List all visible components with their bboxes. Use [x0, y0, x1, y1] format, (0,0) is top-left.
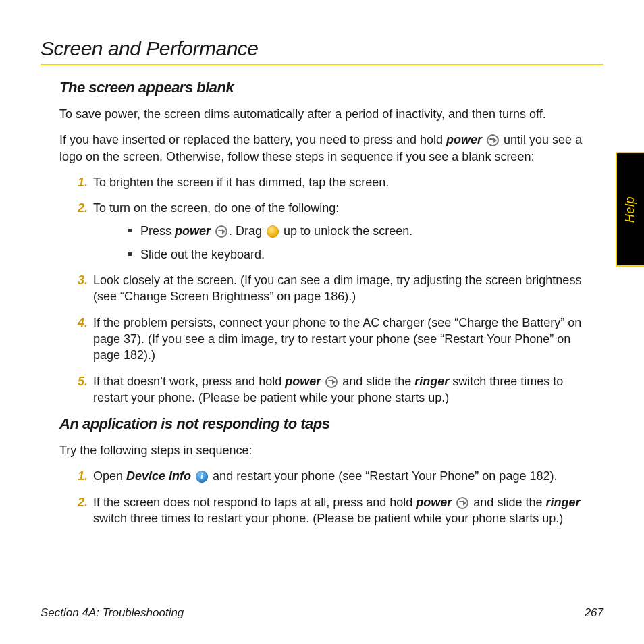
list-item: 1. To brighten the screen if it has dimm…: [90, 174, 598, 190]
list-item: Slide out the keyboard.: [140, 246, 598, 263]
text: If you have inserted or replaced the bat…: [59, 133, 446, 146]
footer: Section 4A: Troubleshooting 267: [41, 606, 603, 620]
list-item: 2. To turn on the screen, do one of the …: [90, 200, 598, 263]
sub-list: Press power . Drag up to unlock the scre…: [93, 223, 598, 263]
content-area: The screen appears blank To save power, …: [41, 79, 603, 527]
text: and restart your phone (see “Restart You…: [209, 469, 557, 483]
text: and slide the: [339, 375, 414, 388]
side-tab: Help: [616, 152, 644, 267]
list-number: 4.: [70, 315, 88, 331]
power-icon: [325, 376, 338, 388]
list-item: 4. If the problem persists, connect your…: [90, 315, 598, 364]
power-icon: [456, 497, 468, 509]
text: To turn on the screen, do one of the fol…: [93, 201, 339, 215]
numbered-list: 1. To brighten the screen if it has dimm…: [59, 174, 598, 406]
numbered-list: 1. Open Device Info and restart your pho…: [59, 468, 598, 527]
device-info-icon: [196, 471, 208, 483]
power-icon: [215, 225, 227, 238]
emphasis-device-info: Device Info: [126, 469, 191, 483]
emphasis-power: power: [175, 224, 211, 238]
list-item: 2. If the screen does not respond to tap…: [90, 494, 598, 527]
list-number: 2.: [70, 494, 88, 510]
subheading-blank-screen: The screen appears blank: [59, 79, 598, 97]
manual-page: Screen and Performance The screen appear…: [0, 0, 644, 644]
emphasis-power: power: [446, 133, 482, 146]
emphasis-power: power: [416, 495, 452, 509]
paragraph: If you have inserted or replaced the bat…: [59, 132, 598, 165]
side-tab-label: Help: [624, 196, 638, 222]
footer-page-number: 267: [585, 606, 603, 620]
list-number: 3.: [70, 272, 88, 288]
link-text: Open: [93, 469, 123, 483]
text: . Drag: [229, 224, 265, 238]
subheading-app-not-responding: An application is not responding to taps: [59, 415, 598, 433]
list-item: Press power . Drag up to unlock the scre…: [140, 223, 598, 239]
text: To brighten the screen if it has dimmed,…: [93, 176, 389, 189]
paragraph: To save power, the screen dims automatic…: [59, 106, 598, 122]
emphasis-power: power: [285, 375, 321, 388]
list-number: 1.: [70, 174, 88, 190]
text: switch three times to restart your phone…: [93, 512, 563, 525]
list-number: 5.: [70, 373, 88, 390]
text: and slide the: [470, 495, 545, 509]
text: up to unlock the screen.: [280, 224, 412, 238]
paragraph: Try the following steps in sequence:: [59, 442, 598, 458]
list-number: 2.: [70, 200, 88, 216]
emphasis-ringer: ringer: [545, 495, 580, 509]
power-icon: [487, 134, 499, 146]
text: Press: [140, 224, 175, 238]
list-item: 1. Open Device Info and restart your pho…: [90, 468, 598, 484]
text: If the screen does not respond to taps a…: [93, 495, 416, 509]
drag-up-icon: [267, 225, 279, 238]
list-item: 3. Look closely at the screen. (If you c…: [90, 272, 598, 305]
text: Slide out the keyboard.: [140, 248, 265, 261]
text: If that doesn’t work, press and hold: [93, 375, 285, 388]
footer-section: Section 4A: Troubleshooting: [41, 606, 184, 620]
page-title: Screen and Performance: [41, 37, 603, 60]
list-item: 5. If that doesn’t work, press and hold …: [90, 373, 598, 406]
divider: [41, 64, 603, 65]
emphasis-ringer: ringer: [414, 375, 449, 388]
text: Look closely at the screen. (If you can …: [93, 273, 581, 303]
list-number: 1.: [70, 468, 88, 484]
text: If the problem persists, connect your ph…: [93, 316, 581, 363]
